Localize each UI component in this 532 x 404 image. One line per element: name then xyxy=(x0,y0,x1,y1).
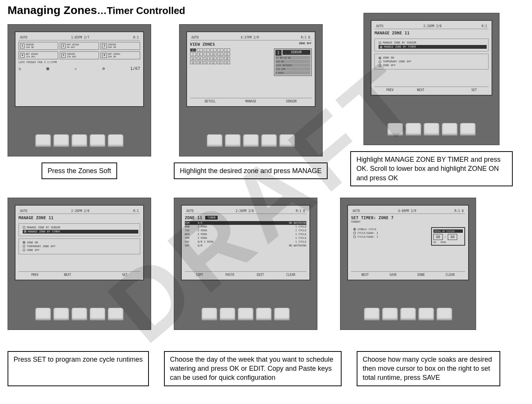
hw-button[interactable] xyxy=(90,134,105,147)
hw-button[interactable] xyxy=(382,308,398,320)
zone-state-group: ZONE ON TEMPORARY ZONE OFF ZONE OFF xyxy=(19,238,140,254)
zone-picker-cell: 19 xyxy=(190,61,196,64)
hw-button[interactable] xyxy=(442,123,458,136)
cycle-options: SINGLE CYCLE CYCLE/SOAK: 2 CYCLE/SOAK: 3 xyxy=(351,227,427,246)
zone-picker-cell: 7 xyxy=(190,53,196,56)
hw-button[interactable] xyxy=(108,134,124,147)
hw-button[interactable] xyxy=(460,123,476,136)
zone-pct: 11% DRY xyxy=(67,55,76,58)
caption-6: Choose how many cycle soaks are desired … xyxy=(357,351,500,386)
zone-picker-cell: 21 xyxy=(204,61,210,64)
day: WED xyxy=(185,233,198,236)
cycles: 1 CYCLE xyxy=(220,233,306,236)
softkey-done: DONE xyxy=(418,273,425,277)
cycles: 1 CYCLE xyxy=(220,237,306,240)
hdr-time: 4:37PM 2/9 xyxy=(241,36,259,39)
hw-button[interactable] xyxy=(424,123,439,136)
hw-button[interactable] xyxy=(387,123,403,136)
hw-button[interactable] xyxy=(220,308,235,320)
opt-sensor: MANAGE ZONE BY SENSOR xyxy=(379,41,487,44)
hw-button[interactable] xyxy=(418,308,434,320)
hw-button[interactable] xyxy=(53,308,69,320)
zone-picker-cell: 18 xyxy=(224,57,230,60)
radio-icon xyxy=(23,226,25,229)
hw-button[interactable] xyxy=(405,123,421,136)
manage-mode-group: MANAGE ZONE BY SENSOR MANAGE ZONE BY TIM… xyxy=(19,223,140,236)
opt-label: MANAGE ZONE BY TIMER xyxy=(384,45,416,48)
hdr-time: 2:26PM 2/8 xyxy=(236,209,254,213)
hw-button[interactable] xyxy=(364,308,380,320)
zone-num: 2 xyxy=(61,43,66,48)
hw-button[interactable] xyxy=(207,134,223,147)
day: SUN xyxy=(185,221,198,224)
zone-picker-cell: 15 xyxy=(204,57,210,60)
cycles: 1 CYCLE xyxy=(220,225,306,228)
last-watered-label: LAST WATERED xyxy=(275,63,310,67)
hw-button[interactable] xyxy=(243,134,259,147)
title-sub: …Timer Controlled xyxy=(97,5,186,16)
hw-button[interactable] xyxy=(256,308,272,320)
caption-3: Highlight MANAGE ZONE BY TIMER and press… xyxy=(350,151,513,186)
sensor-label: SENSOR xyxy=(283,50,310,55)
opt-label: CYCLE/SOAK: 3 xyxy=(357,235,378,238)
day: SAT xyxy=(185,244,198,247)
radio-icon xyxy=(379,42,381,44)
mins: 2 MINS xyxy=(198,233,220,236)
zone-picker-cell: 2 xyxy=(197,48,203,52)
softkey-edit: EDIT xyxy=(257,273,264,277)
hw-button[interactable] xyxy=(274,308,290,320)
softkey-next: NEXT xyxy=(417,88,424,92)
opt-timer: MANAGE ZONE BY TIMER xyxy=(23,230,138,234)
opt-label: MANAGE ZONE BY SENSOR xyxy=(27,226,60,229)
hw-button[interactable] xyxy=(108,308,124,320)
zone-picker-cell: 3 xyxy=(204,48,210,52)
device-2: AUTO 4:37PM 2/9 R:1 0 VIEW ZONESZONE OFF… xyxy=(179,24,323,156)
hw-button[interactable] xyxy=(35,308,51,320)
total-label: TOTAL OF CYCLES xyxy=(433,229,463,233)
radio-icon xyxy=(379,60,381,63)
sensor-reading: 11 00 03 00 xyxy=(275,56,310,59)
opt-cycle-soak-2: CYCLE/SOAK: 2 xyxy=(353,232,427,235)
opt-label: MANAGE ZONE BY SENSOR xyxy=(383,41,416,44)
zone-pct: 11% DRY xyxy=(26,55,35,58)
hw-button[interactable] xyxy=(279,134,295,147)
hw-button[interactable] xyxy=(238,308,254,320)
hw-button[interactable] xyxy=(436,308,452,320)
hw-button[interactable] xyxy=(71,308,87,320)
hardware-buttons xyxy=(347,305,469,323)
screen-4: AUTO 2:26PM 2/8 R:1 MANAGE ZONE 11 MANAG… xyxy=(15,205,144,280)
step-3: AUTO 2:26PM 2/8 R:1 MANAGE ZONE 11 MANAG… xyxy=(350,13,513,186)
zone-pct: 14% OK xyxy=(26,46,34,48)
hw-button[interactable] xyxy=(35,134,51,147)
zone-cell: 6NOT WIRED20% OK xyxy=(101,51,140,59)
zone-grid: 1SENSOR14% OK 2NOT WIRED4% DRY 3SENSOR50… xyxy=(19,42,140,59)
hw-button[interactable] xyxy=(90,308,105,320)
hr-label: HR xyxy=(433,241,436,243)
mins: 2 MINS xyxy=(198,225,220,228)
radio-icon xyxy=(353,232,356,234)
hw-button[interactable] xyxy=(71,134,87,147)
hardware-buttons xyxy=(371,121,492,138)
hw-button[interactable] xyxy=(400,308,416,320)
opt-label: SINGLE CYCLE xyxy=(357,228,377,231)
warning-icon: ⚠ xyxy=(74,66,77,71)
schedule-row: MON2 MINS1 CYCLE xyxy=(185,225,306,229)
zone-picker-cell: 12 xyxy=(224,53,230,56)
hdr-time: 2:26PM 2/8 xyxy=(71,209,89,213)
opt-cycle-soak-3: CYCLE/SOAK: 3 xyxy=(353,235,427,238)
hw-button[interactable] xyxy=(53,134,69,147)
device-6: AUTO 4:09PM 2/9 R:1 0 SET TIMER: ZONE 7 … xyxy=(340,198,476,330)
opt-zone-off: ZONE OFF xyxy=(379,64,487,67)
softkey-next: NEXT xyxy=(362,273,369,277)
mins: 2 MINS xyxy=(198,229,220,232)
zone-title: ZONE 11 xyxy=(185,215,202,220)
radio-icon xyxy=(23,241,25,244)
zone-cell: 2NOT WIRED4% DRY xyxy=(60,42,99,50)
mins: 8/0 2 MINS xyxy=(198,240,220,243)
hw-button[interactable] xyxy=(201,308,217,320)
hw-button[interactable] xyxy=(261,134,277,147)
opt-zone-on: ZONE ON xyxy=(379,56,487,59)
radio-icon xyxy=(24,230,26,233)
zone-picker-cell: 20 xyxy=(197,61,203,64)
hw-button[interactable] xyxy=(225,134,241,147)
